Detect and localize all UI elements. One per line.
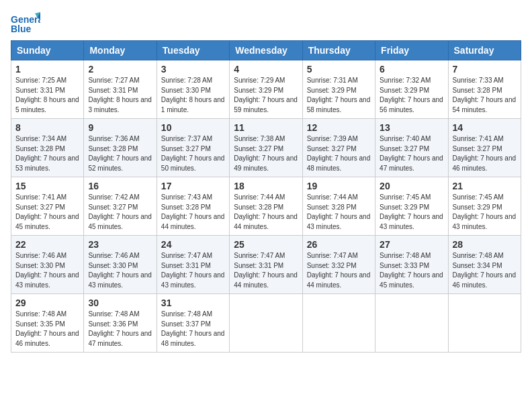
day-info: Sunrise: 7:32 AMSunset: 3:29 PMDaylight:… [380, 76, 443, 115]
calendar-cell: 17Sunrise: 7:43 AMSunset: 3:28 PMDayligh… [157, 177, 229, 236]
calendar-cell: 26Sunrise: 7:47 AMSunset: 3:32 PMDayligh… [302, 236, 375, 294]
day-number: 5 [307, 64, 371, 75]
day-header-thursday: Thursday [302, 41, 375, 60]
calendar-cell: 28Sunrise: 7:48 AMSunset: 3:34 PMDayligh… [448, 236, 521, 294]
page-header: General Blue [11, 11, 521, 35]
calendar-cell: 18Sunrise: 7:44 AMSunset: 3:28 PMDayligh… [230, 177, 302, 236]
calendar-cell [448, 294, 521, 353]
day-info: Sunrise: 7:48 AMSunset: 3:36 PMDaylight:… [88, 310, 152, 349]
calendar-cell: 6Sunrise: 7:32 AMSunset: 3:29 PMDaylight… [375, 60, 448, 119]
calendar-cell: 15Sunrise: 7:41 AMSunset: 3:27 PMDayligh… [11, 177, 84, 236]
calendar-cell: 12Sunrise: 7:39 AMSunset: 3:27 PMDayligh… [302, 119, 375, 177]
day-number: 9 [88, 122, 152, 133]
calendar-week-2: 8Sunrise: 7:34 AMSunset: 3:28 PMDaylight… [11, 119, 521, 177]
day-number: 18 [234, 181, 298, 191]
day-info: Sunrise: 7:44 AMSunset: 3:28 PMDaylight:… [234, 193, 298, 232]
day-info: Sunrise: 7:47 AMSunset: 3:32 PMDaylight:… [307, 251, 371, 290]
day-number: 11 [234, 122, 298, 133]
day-number: 26 [307, 239, 371, 250]
day-number: 12 [307, 122, 371, 133]
calendar-cell: 25Sunrise: 7:47 AMSunset: 3:31 PMDayligh… [230, 236, 302, 294]
day-info: Sunrise: 7:28 AMSunset: 3:30 PMDaylight:… [161, 76, 225, 115]
day-info: Sunrise: 7:40 AMSunset: 3:27 PMDaylight:… [380, 134, 443, 173]
calendar-cell [375, 294, 448, 353]
day-number: 1 [15, 64, 79, 75]
calendar-cell: 30Sunrise: 7:48 AMSunset: 3:36 PMDayligh… [84, 294, 157, 353]
calendar-cell: 8Sunrise: 7:34 AMSunset: 3:28 PMDaylight… [11, 119, 84, 177]
day-info: Sunrise: 7:42 AMSunset: 3:27 PMDaylight:… [88, 193, 152, 232]
day-info: Sunrise: 7:43 AMSunset: 3:28 PMDaylight:… [161, 193, 225, 232]
day-info: Sunrise: 7:29 AMSunset: 3:29 PMDaylight:… [234, 76, 298, 115]
calendar-week-3: 15Sunrise: 7:41 AMSunset: 3:27 PMDayligh… [11, 177, 521, 236]
day-info: Sunrise: 7:44 AMSunset: 3:28 PMDaylight:… [307, 193, 371, 232]
calendar-cell: 10Sunrise: 7:37 AMSunset: 3:27 PMDayligh… [157, 119, 229, 177]
logo: General Blue [11, 11, 40, 35]
day-header-monday: Monday [84, 41, 157, 60]
day-info: Sunrise: 7:47 AMSunset: 3:31 PMDaylight:… [161, 251, 225, 290]
calendar-cell: 29Sunrise: 7:48 AMSunset: 3:35 PMDayligh… [11, 294, 84, 353]
calendar-cell: 27Sunrise: 7:48 AMSunset: 3:33 PMDayligh… [375, 236, 448, 294]
day-number: 17 [161, 181, 225, 191]
svg-text:Blue: Blue [11, 24, 32, 34]
day-info: Sunrise: 7:48 AMSunset: 3:37 PMDaylight:… [161, 310, 225, 349]
calendar-cell: 31Sunrise: 7:48 AMSunset: 3:37 PMDayligh… [157, 294, 229, 353]
day-header-tuesday: Tuesday [157, 41, 229, 60]
calendar-cell: 5Sunrise: 7:31 AMSunset: 3:29 PMDaylight… [302, 60, 375, 119]
day-number: 25 [234, 239, 298, 250]
day-number: 28 [453, 239, 517, 250]
day-number: 19 [307, 181, 371, 191]
day-info: Sunrise: 7:48 AMSunset: 3:33 PMDaylight:… [380, 251, 443, 290]
day-number: 2 [88, 64, 152, 75]
calendar-body: 1Sunrise: 7:25 AMSunset: 3:31 PMDaylight… [11, 60, 521, 353]
day-number: 23 [88, 239, 152, 250]
day-number: 14 [453, 122, 517, 133]
calendar-week-1: 1Sunrise: 7:25 AMSunset: 3:31 PMDaylight… [11, 60, 521, 119]
day-info: Sunrise: 7:36 AMSunset: 3:28 PMDaylight:… [88, 134, 152, 173]
day-number: 15 [15, 181, 79, 191]
day-info: Sunrise: 7:46 AMSunset: 3:30 PMDaylight:… [15, 251, 79, 290]
calendar-week-4: 22Sunrise: 7:46 AMSunset: 3:30 PMDayligh… [11, 236, 521, 294]
day-number: 10 [161, 122, 225, 133]
day-header-friday: Friday [375, 41, 448, 60]
day-info: Sunrise: 7:37 AMSunset: 3:27 PMDaylight:… [161, 134, 225, 173]
calendar-cell: 11Sunrise: 7:38 AMSunset: 3:27 PMDayligh… [230, 119, 302, 177]
calendar-cell: 22Sunrise: 7:46 AMSunset: 3:30 PMDayligh… [11, 236, 84, 294]
day-number: 21 [453, 181, 517, 191]
day-info: Sunrise: 7:41 AMSunset: 3:27 PMDaylight:… [15, 193, 79, 232]
day-number: 7 [453, 64, 517, 75]
day-number: 6 [380, 64, 443, 75]
day-number: 20 [380, 181, 443, 191]
day-info: Sunrise: 7:27 AMSunset: 3:31 PMDaylight:… [88, 76, 152, 115]
calendar-week-5: 29Sunrise: 7:48 AMSunset: 3:35 PMDayligh… [11, 294, 521, 353]
calendar-cell: 13Sunrise: 7:40 AMSunset: 3:27 PMDayligh… [375, 119, 448, 177]
calendar-cell: 24Sunrise: 7:47 AMSunset: 3:31 PMDayligh… [157, 236, 229, 294]
day-info: Sunrise: 7:45 AMSunset: 3:29 PMDaylight:… [380, 193, 443, 232]
day-info: Sunrise: 7:25 AMSunset: 3:31 PMDaylight:… [15, 76, 79, 115]
calendar-cell [230, 294, 302, 353]
day-info: Sunrise: 7:33 AMSunset: 3:28 PMDaylight:… [453, 76, 517, 115]
day-number: 16 [88, 181, 152, 191]
day-header-wednesday: Wednesday [230, 41, 302, 60]
calendar-cell: 1Sunrise: 7:25 AMSunset: 3:31 PMDaylight… [11, 60, 84, 119]
calendar-cell: 4Sunrise: 7:29 AMSunset: 3:29 PMDaylight… [230, 60, 302, 119]
day-info: Sunrise: 7:41 AMSunset: 3:27 PMDaylight:… [453, 134, 517, 173]
day-number: 13 [380, 122, 443, 133]
day-number: 3 [161, 64, 225, 75]
calendar-cell: 3Sunrise: 7:28 AMSunset: 3:30 PMDaylight… [157, 60, 229, 119]
calendar-cell: 14Sunrise: 7:41 AMSunset: 3:27 PMDayligh… [448, 119, 521, 177]
day-number: 27 [380, 239, 443, 250]
calendar-cell: 9Sunrise: 7:36 AMSunset: 3:28 PMDaylight… [84, 119, 157, 177]
day-number: 30 [88, 298, 152, 308]
day-header-sunday: Sunday [11, 41, 84, 60]
day-info: Sunrise: 7:39 AMSunset: 3:27 PMDaylight:… [307, 134, 371, 173]
day-number: 29 [15, 298, 79, 308]
day-info: Sunrise: 7:38 AMSunset: 3:27 PMDaylight:… [234, 134, 298, 173]
calendar-cell: 2Sunrise: 7:27 AMSunset: 3:31 PMDaylight… [84, 60, 157, 119]
calendar-cell: 19Sunrise: 7:44 AMSunset: 3:28 PMDayligh… [302, 177, 375, 236]
day-header-saturday: Saturday [448, 41, 521, 60]
calendar-cell: 16Sunrise: 7:42 AMSunset: 3:27 PMDayligh… [84, 177, 157, 236]
calendar-cell: 7Sunrise: 7:33 AMSunset: 3:28 PMDaylight… [448, 60, 521, 119]
day-info: Sunrise: 7:45 AMSunset: 3:29 PMDaylight:… [453, 193, 517, 232]
day-info: Sunrise: 7:46 AMSunset: 3:30 PMDaylight:… [88, 251, 152, 290]
calendar-header-row: SundayMondayTuesdayWednesdayThursdayFrid… [11, 41, 521, 60]
